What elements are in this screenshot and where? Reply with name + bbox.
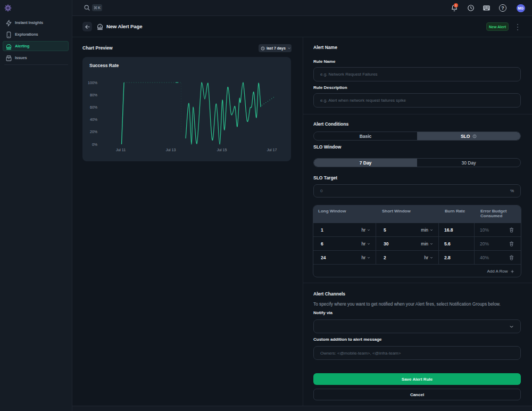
svg-text:Jul 15: Jul 15 bbox=[217, 148, 227, 152]
svg-text:80%: 80% bbox=[90, 93, 97, 97]
svg-text:0%: 0% bbox=[92, 143, 97, 146]
svg-text:100%: 100% bbox=[88, 81, 97, 85]
svg-text:40%: 40% bbox=[90, 118, 97, 121]
svg-text:60%: 60% bbox=[90, 105, 97, 109]
svg-text:Jul 11: Jul 11 bbox=[116, 148, 126, 152]
svg-text:Jul 13: Jul 13 bbox=[166, 148, 176, 152]
svg-text:20%: 20% bbox=[90, 130, 97, 134]
svg-text:Jul 17: Jul 17 bbox=[267, 148, 277, 152]
